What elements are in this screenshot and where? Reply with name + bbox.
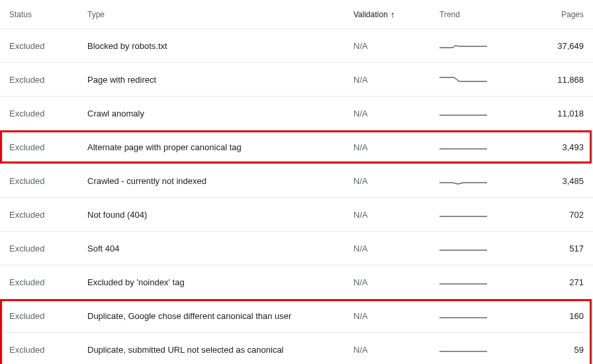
validation-cell: N/A xyxy=(353,176,439,186)
validation-cell: N/A xyxy=(353,142,439,152)
status-cell: Excluded xyxy=(9,75,87,85)
validation-cell: N/A xyxy=(353,277,439,287)
trend-sparkline xyxy=(439,242,487,254)
trend-cell xyxy=(439,175,532,187)
trend-sparkline xyxy=(439,175,487,187)
type-cell: Not found (404) xyxy=(87,210,353,220)
pages-cell: 59 xyxy=(532,345,584,355)
validation-cell: N/A xyxy=(353,41,439,51)
status-cell: Excluded xyxy=(9,311,87,321)
pages-cell: 11,018 xyxy=(532,109,584,118)
pages-cell: 160 xyxy=(532,311,584,321)
pages-cell: 3,493 xyxy=(532,142,584,152)
validation-cell: N/A xyxy=(353,210,439,220)
type-cell: Excluded by 'noindex' tag xyxy=(87,277,353,287)
type-cell: Soft 404 xyxy=(87,244,353,253)
table-row[interactable]: ExcludedCrawl anomalyN/A11,018 xyxy=(0,97,593,130)
table-header-row: Status Type Validation ↑ Trend Pages xyxy=(0,0,593,29)
trend-cell xyxy=(439,107,532,119)
table-row[interactable]: ExcludedPage with redirectN/A11,868 xyxy=(0,63,593,97)
table-row[interactable]: ExcludedDuplicate, submitted URL not sel… xyxy=(0,333,593,364)
trend-cell xyxy=(439,310,532,322)
table-row[interactable]: ExcludedNot found (404)N/A702 xyxy=(0,198,593,232)
status-cell: Excluded xyxy=(9,109,87,118)
pages-cell: 3,485 xyxy=(532,176,584,186)
pages-cell: 702 xyxy=(532,210,584,220)
type-cell: Alternate page with proper canonical tag xyxy=(87,142,353,152)
trend-sparkline xyxy=(439,276,487,288)
table-row[interactable]: ExcludedBlocked by robots.txtN/A37,649 xyxy=(0,29,593,63)
status-cell: Excluded xyxy=(9,277,87,287)
column-header-trend[interactable]: Trend xyxy=(439,10,532,19)
status-cell: Excluded xyxy=(9,41,87,51)
trend-cell xyxy=(439,73,532,85)
type-cell: Page with redirect xyxy=(87,75,353,85)
column-header-validation-label: Validation xyxy=(353,10,388,19)
table-row[interactable]: ExcludedCrawled - currently not indexedN… xyxy=(0,164,593,198)
status-cell: Excluded xyxy=(9,210,87,220)
trend-sparkline xyxy=(439,73,487,85)
trend-cell xyxy=(439,343,532,355)
validation-cell: N/A xyxy=(353,75,439,85)
table-row[interactable]: ExcludedExcluded by 'noindex' tagN/A271 xyxy=(0,265,593,299)
trend-cell xyxy=(439,276,532,288)
column-header-type[interactable]: Type xyxy=(87,10,353,19)
column-header-status[interactable]: Status xyxy=(9,10,87,19)
type-cell: Crawl anomaly xyxy=(87,109,353,118)
trend-sparkline xyxy=(439,208,487,220)
trend-sparkline xyxy=(439,107,487,119)
column-header-validation[interactable]: Validation ↑ xyxy=(353,10,439,19)
trend-cell xyxy=(439,40,532,52)
status-cell: Excluded xyxy=(9,176,87,186)
status-cell: Excluded xyxy=(9,345,87,355)
trend-cell xyxy=(439,141,532,153)
sort-ascending-icon: ↑ xyxy=(390,10,395,19)
type-cell: Duplicate, submitted URL not selected as… xyxy=(87,345,353,355)
pages-cell: 11,868 xyxy=(532,75,584,85)
type-cell: Crawled - currently not indexed xyxy=(87,176,353,186)
column-header-pages[interactable]: Pages xyxy=(532,10,584,19)
trend-cell xyxy=(439,208,532,220)
coverage-table: Status Type Validation ↑ Trend Pages Exc… xyxy=(0,0,593,364)
validation-cell: N/A xyxy=(353,311,439,321)
validation-cell: N/A xyxy=(353,345,439,355)
pages-cell: 37,649 xyxy=(532,41,584,51)
validation-cell: N/A xyxy=(353,244,439,253)
status-cell: Excluded xyxy=(9,142,87,152)
trend-sparkline xyxy=(439,343,487,355)
pages-cell: 517 xyxy=(532,244,584,253)
table-row[interactable]: ExcludedDuplicate, Google chose differen… xyxy=(0,299,593,333)
status-cell: Excluded xyxy=(9,244,87,253)
trend-sparkline xyxy=(439,40,487,52)
table-row[interactable]: ExcludedAlternate page with proper canon… xyxy=(0,130,593,164)
trend-cell xyxy=(439,242,532,254)
validation-cell: N/A xyxy=(353,109,439,118)
type-cell: Blocked by robots.txt xyxy=(87,41,353,51)
table-row[interactable]: ExcludedSoft 404N/A517 xyxy=(0,232,593,265)
trend-sparkline xyxy=(439,141,487,153)
type-cell: Duplicate, Google chose different canoni… xyxy=(87,311,353,321)
trend-sparkline xyxy=(439,310,487,322)
pages-cell: 271 xyxy=(532,277,584,287)
